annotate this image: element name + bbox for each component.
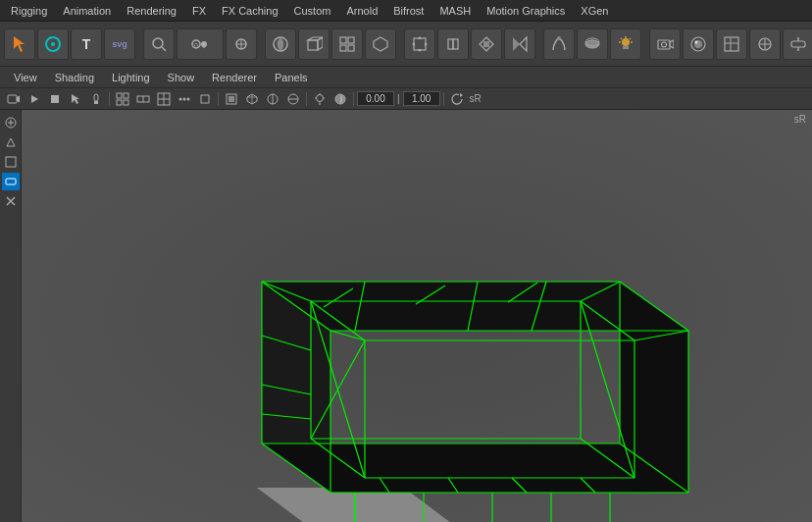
svg-rect-83 [228, 96, 234, 102]
3d-viewport[interactable]: sR [22, 110, 812, 522]
grid-display-button[interactable] [716, 28, 747, 60]
viewport-menu-panels[interactable]: Panels [267, 70, 316, 85]
svg-rect-18 [340, 45, 346, 51]
snap-tool-button[interactable] [37, 28, 69, 60]
svg-rect-13 [308, 40, 318, 50]
camera-button[interactable] [649, 28, 681, 60]
menu-item-animation[interactable]: Animation [56, 3, 118, 19]
svg-rect-19 [348, 45, 354, 51]
vp-sep-4 [353, 92, 354, 106]
svg-rect-48 [725, 37, 738, 51]
menu-item-rigging[interactable]: Rigging [4, 3, 54, 19]
deform-button[interactable] [543, 28, 575, 60]
transform-x-input[interactable] [357, 91, 394, 106]
vp-paint-icon[interactable] [86, 90, 106, 108]
vp-cube-icon[interactable] [242, 90, 262, 108]
constraint-button[interactable] [749, 28, 781, 60]
select-tool-button[interactable] [4, 28, 35, 60]
mirror-tool-button[interactable] [504, 28, 535, 60]
vp-isolate-icon[interactable] [222, 90, 241, 108]
grid-button[interactable] [331, 28, 363, 60]
menu-item-fx[interactable]: FX [185, 3, 213, 19]
vp-dots-icon[interactable] [175, 90, 194, 108]
svg-rect-65 [51, 95, 59, 103]
sidebar-btn-4-highlight[interactable] [2, 173, 20, 190]
rotate-tool-button[interactable] [437, 28, 469, 60]
svg-rect-42 [658, 40, 670, 49]
svg-rect-103 [6, 179, 16, 184]
vp-refresh-icon[interactable] [447, 90, 467, 108]
svg-marker-15 [318, 37, 323, 50]
light-button[interactable] [610, 28, 641, 60]
menu-item-arnold[interactable]: Arnold [339, 3, 384, 19]
transform-display-button[interactable]: 0 0 [177, 28, 224, 60]
svg-text:0: 0 [194, 42, 198, 49]
vp-sep-3 [306, 92, 307, 106]
sidebar-btn-2[interactable] [2, 133, 20, 151]
main-area: sR [0, 110, 812, 522]
surface-button[interactable] [577, 28, 608, 60]
svg-rect-26 [448, 39, 453, 49]
renderer-corner-label: sR [794, 114, 806, 125]
vp-sep-5 [443, 92, 444, 106]
move-tool-button[interactable] [404, 28, 435, 60]
viewport-menu-view[interactable]: View [6, 70, 45, 85]
viewport-menu-bar: View Shading Lighting Show Renderer Pane… [0, 67, 812, 88]
sidebar-btn-5[interactable] [2, 192, 20, 210]
grid-snap-button[interactable] [226, 28, 257, 60]
vp-camera-icon[interactable] [4, 90, 24, 108]
menu-item-custom[interactable]: Custom [287, 3, 338, 19]
svg-marker-30 [513, 37, 520, 51]
vp-light-icon[interactable] [310, 90, 330, 108]
render-button[interactable] [683, 28, 714, 60]
viewport-menu-renderer[interactable]: Renderer [204, 70, 265, 85]
svg-line-4 [162, 47, 166, 51]
menu-item-xgen[interactable]: XGen [574, 3, 615, 19]
zoom-tool-button[interactable] [143, 28, 175, 60]
svg-point-2 [51, 42, 55, 46]
sidebar-btn-3[interactable] [2, 153, 20, 171]
material-button[interactable] [265, 28, 296, 60]
svg-point-91 [317, 94, 324, 101]
menu-item-motion-graphics[interactable]: Motion Graphics [480, 3, 572, 19]
vp-shader-icon[interactable] [330, 90, 350, 108]
scale-tool-button[interactable] [471, 28, 502, 60]
svg-tool-button[interactable]: svg [104, 28, 135, 60]
svg-rect-72 [124, 100, 128, 105]
svg-rect-81 [201, 95, 209, 103]
cube-tool-button[interactable] [298, 28, 330, 60]
svg-point-32 [557, 36, 561, 40]
svg-rect-68 [94, 101, 98, 104]
poly-button[interactable] [365, 28, 396, 60]
vp-grid2-icon[interactable] [133, 90, 153, 108]
text-tool-button[interactable]: T [71, 28, 102, 60]
vp-stop-icon[interactable] [45, 90, 65, 108]
xform-button[interactable] [783, 28, 812, 60]
svg-marker-64 [31, 95, 38, 103]
svg-marker-66 [72, 94, 79, 104]
vp-select-icon[interactable] [66, 90, 85, 108]
svg-rect-16 [340, 37, 346, 43]
transform-scale-input[interactable] [403, 91, 440, 106]
vp-box-icon[interactable] [195, 90, 215, 108]
menu-item-fx-caching[interactable]: FX Caching [215, 3, 284, 19]
svg-point-47 [695, 40, 698, 43]
svg-marker-101 [7, 138, 15, 146]
vp-sep-2 [218, 92, 219, 106]
scene-svg [22, 110, 812, 522]
sidebar-btn-1[interactable] [2, 114, 20, 131]
svg-rect-17 [348, 37, 354, 43]
viewport-menu-lighting[interactable]: Lighting [104, 70, 158, 85]
vp-arrow-icon[interactable] [263, 90, 282, 108]
viewport-menu-show[interactable]: Show [160, 70, 203, 85]
vp-circle-icon[interactable] [283, 90, 303, 108]
vp-play-icon[interactable] [25, 90, 44, 108]
svg-marker-97 [460, 93, 463, 97]
svg-point-33 [585, 40, 599, 48]
menu-item-rendering[interactable]: Rendering [120, 3, 183, 19]
vp-grid-icon[interactable] [113, 90, 132, 108]
menu-item-bifrost[interactable]: Bifrost [386, 3, 431, 19]
viewport-menu-shading[interactable]: Shading [47, 70, 102, 85]
menu-item-mash[interactable]: MASH [432, 3, 478, 19]
vp-layout-icon[interactable] [154, 90, 174, 108]
